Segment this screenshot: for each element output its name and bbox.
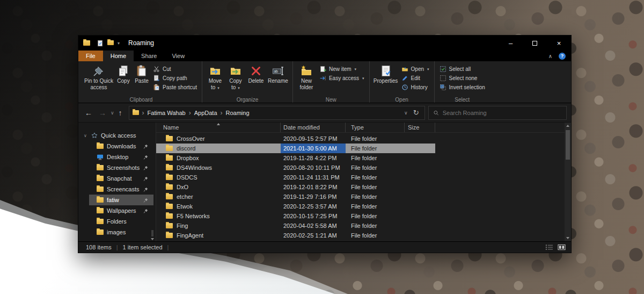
tab-view[interactable]: View bbox=[164, 51, 192, 61]
history-button[interactable]: History bbox=[399, 83, 431, 92]
column-header-name[interactable]: Name bbox=[156, 123, 281, 132]
new-item-icon bbox=[319, 66, 326, 73]
column-header-size[interactable]: Size bbox=[405, 123, 435, 132]
pin-to-quick-access-button[interactable]: Pin to Quick access bbox=[83, 63, 114, 91]
breadcrumb-item[interactable]: Fatima Wahab bbox=[148, 110, 186, 116]
file-name: DS4Windows bbox=[177, 164, 212, 171]
details-view-button[interactable] bbox=[545, 244, 553, 250]
sidebar-scroll-down-icon[interactable] bbox=[151, 238, 154, 240]
file-name-cell: Fing bbox=[156, 221, 281, 231]
sidebar-item-folders[interactable]: Folders bbox=[89, 216, 153, 227]
up-button[interactable]: ↑ bbox=[115, 109, 126, 117]
breadcrumb-separator-icon[interactable]: › bbox=[217, 109, 226, 117]
properties-button[interactable]: Properties bbox=[372, 63, 399, 85]
recent-locations-chevron-icon[interactable]: ∨ bbox=[109, 110, 115, 116]
folder-icon bbox=[166, 146, 173, 151]
search-input[interactable] bbox=[443, 110, 562, 116]
file-row-crossover[interactable]: CrossOver2020-09-15 2:57 PMFile folder bbox=[156, 134, 435, 144]
search-box[interactable] bbox=[428, 106, 567, 120]
file-row-fingagent[interactable]: FingAgent2020-02-25 1:21 AMFile folder bbox=[156, 231, 435, 240]
file-row-etwok[interactable]: Etwok2020-12-25 3:57 AMFile folder bbox=[156, 202, 435, 211]
new-folder-button[interactable]: New folder bbox=[296, 63, 317, 91]
sidebar-item-quick-access[interactable]: ∨Quick access bbox=[78, 130, 153, 141]
address-dropdown-chevron-icon[interactable]: ∨ bbox=[404, 110, 408, 116]
forward-button[interactable]: → bbox=[96, 109, 109, 117]
cut-button[interactable]: Cut bbox=[151, 64, 199, 74]
file-row-fing[interactable]: Fing2020-04-02 5:58 AMFile folder bbox=[156, 221, 435, 231]
ribbon: Pin to Quick access Copy Paste Cut Copy … bbox=[78, 61, 571, 103]
sidebar-item-fatiw[interactable]: fatiw bbox=[89, 195, 153, 205]
back-button[interactable]: ← bbox=[82, 109, 96, 117]
sidebar-item-desktop[interactable]: Desktop bbox=[89, 152, 153, 162]
breadcrumb-item[interactable]: AppData bbox=[194, 110, 217, 116]
sidebar-scroll-thumb[interactable] bbox=[151, 230, 153, 236]
file-row-discord[interactable]: discord2021-01-30 5:00 AMFile folder bbox=[156, 144, 435, 153]
qat-properties-icon[interactable] bbox=[97, 40, 104, 47]
sidebar-item-screencasts[interactable]: Screencasts bbox=[89, 184, 153, 195]
copy-icon bbox=[116, 63, 130, 78]
main-content: ∨Quick accessDownloadsDesktopScreenshots… bbox=[78, 123, 571, 241]
large-icons-view-button[interactable] bbox=[558, 244, 566, 250]
sidebar-item-wallpapers[interactable]: Wallpapers bbox=[89, 205, 153, 216]
file-row-dsdcs[interactable]: DSDCS2020-11-24 11:31 PMFile folder bbox=[156, 173, 435, 182]
paste-shortcut-button[interactable]: Paste shortcut bbox=[151, 83, 199, 92]
maximize-button[interactable] bbox=[523, 35, 547, 51]
delete-button[interactable]: Delete bbox=[246, 63, 266, 85]
tab-share[interactable]: Share bbox=[134, 51, 164, 61]
file-row-dropbox[interactable]: Dropbox2019-11-28 4:22 PMFile folder bbox=[156, 153, 435, 163]
title-bar[interactable]: ▾ Roaming – × bbox=[78, 35, 571, 51]
size-cell bbox=[405, 144, 435, 153]
column-header-date-modified[interactable]: Date modified bbox=[281, 123, 346, 132]
refresh-icon[interactable]: ↻ bbox=[413, 109, 419, 117]
breadcrumb-separator-icon[interactable]: › bbox=[139, 109, 148, 117]
move-to-caret-icon: ▾ bbox=[217, 86, 219, 90]
minimize-button[interactable]: – bbox=[499, 35, 523, 51]
open-button[interactable]: Open ▾ bbox=[399, 64, 431, 74]
breadcrumb-item[interactable]: Roaming bbox=[226, 110, 250, 116]
sidebar-item-downloads[interactable]: Downloads bbox=[89, 141, 153, 152]
status-bar: 108 items | 1 item selected | bbox=[78, 241, 571, 253]
copy-to-button[interactable]: Copy to ▾ bbox=[225, 63, 246, 91]
easy-access-button[interactable]: Easy access ▾ bbox=[317, 74, 367, 83]
invert-selection-button[interactable]: Invert selection bbox=[437, 83, 487, 92]
qat-customize-chevron-icon[interactable]: ▾ bbox=[118, 41, 120, 46]
sidebar-scrollbar[interactable] bbox=[150, 226, 155, 240]
help-icon[interactable]: ? bbox=[559, 53, 566, 60]
folder-icon bbox=[166, 175, 173, 180]
paste-button[interactable]: Paste bbox=[133, 63, 151, 85]
address-bar-controls: ∨ ↻ bbox=[404, 109, 421, 117]
type-cell: File folder bbox=[346, 173, 405, 182]
size-cell bbox=[405, 221, 435, 231]
select-all-icon bbox=[440, 66, 447, 73]
sidebar-item-snapchat[interactable]: Snapchat bbox=[89, 173, 153, 184]
scroll-up-button[interactable] bbox=[565, 123, 571, 129]
file-row-dxo[interactable]: DxO2019-12-01 8:22 PMFile folder bbox=[156, 182, 435, 192]
file-row-ds4windows[interactable]: DS4Windows2020-08-20 10:11 PMFile folder bbox=[156, 163, 435, 173]
vertical-scrollbar[interactable] bbox=[565, 123, 571, 241]
select-all-button[interactable]: Select all bbox=[437, 64, 487, 74]
collapse-ribbon-icon[interactable]: ∧ bbox=[548, 53, 552, 59]
new-item-label: New item bbox=[329, 66, 352, 72]
sidebar-item-screenshots[interactable]: Screenshots bbox=[89, 162, 153, 173]
copy-button[interactable]: Copy bbox=[114, 63, 133, 85]
move-to-button[interactable]: Move to ▾ bbox=[205, 63, 225, 91]
expand-chevron-icon[interactable]: ∨ bbox=[83, 133, 88, 138]
tab-file[interactable]: File bbox=[78, 51, 103, 61]
file-row-etcher[interactable]: etcher2019-11-29 7:16 PMFile folder bbox=[156, 192, 435, 202]
breadcrumb-separator-icon[interactable]: › bbox=[186, 109, 194, 117]
sidebar-item-images[interactable]: images bbox=[89, 227, 153, 238]
tab-home[interactable]: Home bbox=[103, 51, 134, 61]
rename-button[interactable]: ab Rename bbox=[266, 63, 290, 85]
close-button[interactable]: × bbox=[547, 35, 571, 51]
copy-path-button[interactable]: Copy path bbox=[151, 74, 199, 83]
qat-new-folder-icon[interactable] bbox=[107, 40, 114, 46]
new-item-button[interactable]: New item ▾ bbox=[317, 64, 367, 74]
scroll-down-button[interactable] bbox=[565, 235, 571, 241]
paste-label: Paste bbox=[135, 78, 149, 84]
select-none-button[interactable]: Select none bbox=[437, 74, 487, 83]
scroll-thumb[interactable] bbox=[566, 130, 570, 160]
file-row-f5-networks[interactable]: F5 Networks2020-10-15 7:25 PMFile folder bbox=[156, 211, 435, 221]
column-header-type[interactable]: Type bbox=[346, 123, 405, 132]
edit-button[interactable]: Edit bbox=[399, 74, 431, 83]
address-bar[interactable]: ›Fatima Wahab›AppData›Roaming ∨ ↻ bbox=[129, 106, 425, 120]
